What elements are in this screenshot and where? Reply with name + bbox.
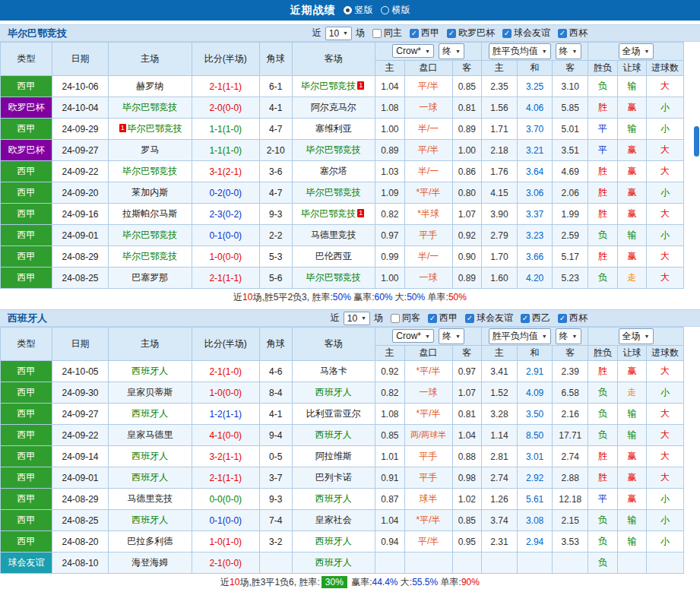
asian-home-odds: 1.08 [375, 97, 405, 119]
europe-odds-select[interactable]: 胜平负均值▼ [489, 328, 551, 344]
score-cell[interactable]: 2-1(1-1) [192, 76, 259, 97]
europe-stage-select[interactable]: 终▼ [556, 43, 581, 59]
team-cell: 塞维利亚 [292, 119, 375, 140]
team-link[interactable]: 毕尔巴鄂竞技 [122, 166, 177, 176]
score-cell[interactable]: 1-1(1-0) [192, 119, 259, 140]
filter-checkbox[interactable]: ✓西杯 [558, 27, 588, 40]
radio-vertical[interactable]: 竖版 [344, 4, 373, 17]
team-link[interactable]: 毕尔巴鄂竞技 [128, 123, 182, 134]
score-cell[interactable]: 1-0(0-0) [192, 382, 259, 404]
asian-home-odds: 0.82 [375, 204, 405, 225]
team-link[interactable]: 拉斯帕尔马斯 [122, 208, 177, 219]
team-link[interactable]: 皇家马德里 [127, 429, 173, 440]
filter-checkbox[interactable]: ✓欧罗巴杯 [447, 27, 495, 40]
team-link[interactable]: 毕尔巴鄂竞技 [306, 144, 361, 155]
team-link[interactable]: 塞维利亚 [315, 123, 352, 134]
team-link[interactable]: 西班牙人 [131, 451, 168, 461]
filter-checkbox[interactable]: ✓球会友谊 [502, 27, 550, 40]
team-cell: 罗马 [109, 140, 192, 161]
team-link[interactable]: 西班牙人 [315, 429, 352, 440]
asian-away-odds: 0.88 [452, 446, 482, 467]
score-cell[interactable]: 3-2(1-1) [192, 446, 259, 467]
home-win-odds: 3.28 [482, 404, 518, 425]
team-link[interactable]: 西班牙人 [315, 536, 352, 546]
match-row: 欧罗巴杯24-10-04毕尔巴鄂竞技2-0(0-0)4-1阿尔克马尔1.08一球… [1, 97, 684, 119]
team-link[interactable]: 毕尔巴鄂竞技 [306, 187, 361, 198]
scope-select-value: 全场 [622, 45, 641, 58]
team-link[interactable]: 西班牙人 [131, 408, 168, 419]
team-link[interactable]: 马德里竞技 [127, 493, 173, 504]
score-cell[interactable]: 4-1(0-0) [192, 425, 259, 446]
home-win-odds: 3.74 [482, 510, 518, 531]
team-link[interactable]: 皇家社会 [315, 515, 352, 525]
team-link[interactable]: 毕尔巴鄂竞技 [122, 230, 177, 240]
team-link[interactable]: 阿尔克马尔 [311, 102, 356, 112]
score-cell[interactable]: 2-1(1-1) [192, 467, 259, 489]
team-link[interactable]: 莱加内斯 [131, 187, 168, 198]
team-link[interactable]: 西班牙人 [315, 387, 352, 397]
team-cell: 海登海姆 [109, 553, 192, 574]
radio-horizontal[interactable]: 横版 [381, 4, 410, 17]
scope-select[interactable]: 全场▼ [619, 328, 654, 344]
team-link[interactable]: 毕尔巴鄂竞技 [122, 251, 177, 261]
team-link[interactable]: 比利亚雷亚尔 [306, 408, 361, 419]
team-link[interactable]: 毕尔巴鄂竞技 [301, 208, 356, 219]
team-link[interactable]: 巴列卡诺 [315, 472, 352, 483]
match-count-select[interactable]: 10▼ [344, 312, 370, 325]
team-link[interactable]: 西班牙人 [131, 472, 168, 483]
odds-company-select[interactable]: Crow*▼ [392, 329, 434, 343]
team-link[interactable]: 马洛卡 [320, 366, 347, 376]
score-cell[interactable]: 0-2(0-0) [192, 182, 259, 204]
filter-checkbox[interactable]: 同主 [372, 27, 402, 40]
odds-stage-select[interactable]: 终▼ [439, 43, 464, 59]
team-link[interactable]: 西班牙人 [131, 515, 168, 525]
europe-odds-select[interactable]: 胜平负均值▼ [489, 43, 551, 59]
score-cell[interactable]: 3-1(2-1) [192, 161, 259, 182]
score-cell[interactable]: 0-1(0-0) [192, 225, 259, 246]
team-link[interactable]: 毕尔巴鄂竞技 [306, 272, 361, 283]
score-cell[interactable]: 2-0(0-0) [192, 97, 259, 119]
team-link[interactable]: 塞尔塔 [320, 166, 347, 176]
score-cell[interactable]: 1-2(1-1) [192, 404, 259, 425]
team-link[interactable]: 毕尔巴鄂竞技 [122, 102, 177, 112]
score-cell[interactable]: 2-1(0-0) [192, 553, 259, 574]
team-link[interactable]: 巴伦西亚 [315, 251, 352, 261]
team-link[interactable]: 海登海姆 [131, 557, 168, 568]
score-cell[interactable]: 1-0(1-0) [192, 531, 259, 553]
score-cell[interactable]: 0-0(0-0) [192, 489, 259, 510]
filter-checkbox[interactable]: ✓西乙 [521, 312, 550, 325]
filter-bar: 近10▼场同主✓西甲✓欧罗巴杯✓球会友谊✓西杯 [312, 27, 588, 40]
filter-checkbox[interactable]: ✓西甲 [428, 312, 458, 325]
scope-select[interactable]: 全场▼ [619, 43, 654, 59]
score-cell[interactable]: 2-1(1-0) [192, 361, 259, 382]
team-link[interactable]: 巴拉多利德 [127, 536, 173, 546]
score-cell[interactable]: 0-1(0-0) [192, 510, 259, 531]
asian-odds-group-header: Crow*▼终▼ [375, 43, 482, 61]
filter-checkbox[interactable]: 同客 [391, 312, 420, 325]
team-link[interactable]: 巴塞罗那 [131, 272, 168, 283]
team-link[interactable]: 马德里竞技 [311, 230, 356, 240]
match-row: 西甲24-09-01毕尔巴鄂竞技0-1(0-0)2-2马德里竞技0.97平手0.… [1, 225, 684, 246]
score-cell[interactable]: 1-1(1-0) [192, 140, 259, 161]
team-link[interactable]: 西班牙人 [315, 493, 352, 504]
score-cell[interactable]: 2-3(0-2) [192, 204, 259, 225]
team-cell: 巴拉多利德 [109, 531, 192, 553]
odds-stage-select[interactable]: 终▼ [439, 328, 464, 344]
odds-company-select[interactable]: Crow*▼ [392, 44, 434, 58]
match-count-select[interactable]: 10▼ [325, 27, 352, 40]
team-link[interactable]: 罗马 [141, 144, 159, 155]
team-link[interactable]: 毕尔巴鄂竞技 [301, 81, 356, 91]
team-link[interactable]: 阿拉维斯 [315, 451, 352, 461]
home-win-odds: 1.70 [482, 246, 518, 268]
score-cell[interactable]: 1-0(0-0) [192, 246, 259, 268]
team-link[interactable]: 西班牙人 [315, 557, 352, 568]
filter-checkbox[interactable]: ✓球会友谊 [465, 312, 513, 325]
europe-stage-select[interactable]: 终▼ [556, 328, 581, 344]
team-link[interactable]: 西班牙人 [131, 366, 168, 376]
scrollbar-thumb[interactable] [694, 126, 699, 157]
filter-checkbox[interactable]: ✓西甲 [410, 27, 439, 40]
score-cell[interactable]: 2-1(1-1) [192, 268, 259, 289]
team-link[interactable]: 皇家贝蒂斯 [127, 387, 173, 397]
filter-checkbox[interactable]: ✓西杯 [558, 312, 588, 325]
team-link[interactable]: 赫罗纳 [136, 81, 163, 91]
